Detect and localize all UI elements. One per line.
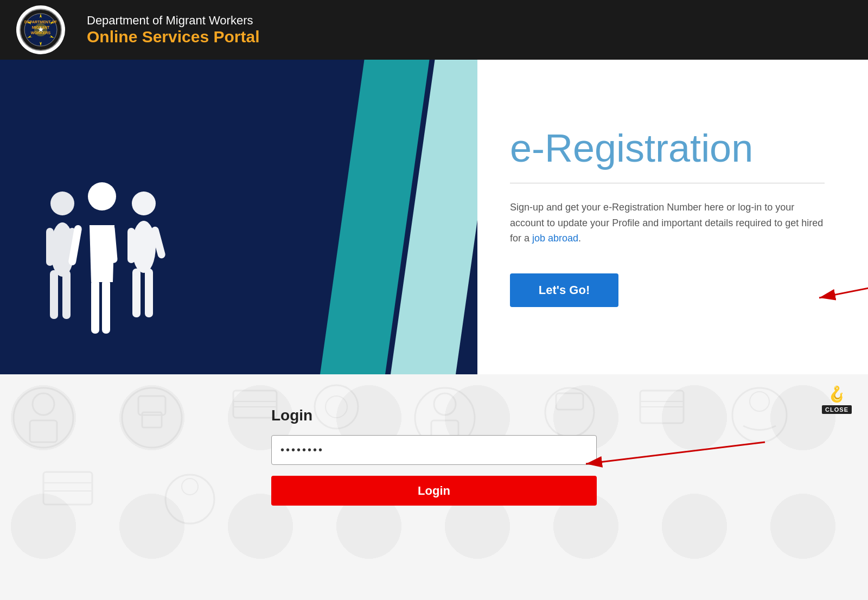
lets-go-button[interactable]: Let's Go! <box>510 273 618 307</box>
login-box: Login Login <box>271 407 597 506</box>
svg-rect-22 <box>91 279 99 334</box>
login-arrow-annotation <box>580 434 770 477</box>
button-area: Let's Go! <box>510 273 825 307</box>
password-input[interactable] <box>271 435 597 465</box>
hero-right-panel: e-Registration Sign-up and get your e-Re… <box>477 60 868 374</box>
svg-rect-28 <box>132 269 141 317</box>
portal-name: Online Services Portal <box>87 28 259 46</box>
svg-point-24 <box>132 192 156 215</box>
svg-rect-29 <box>145 269 153 317</box>
svg-rect-17 <box>50 270 58 319</box>
login-form-area: Login Login <box>0 374 868 506</box>
svg-text:★: ★ <box>37 25 44 34</box>
hero-section: e-Registration Sign-up and get your e-Re… <box>0 60 868 374</box>
job-abroad-link[interactable]: job abroad <box>532 233 578 244</box>
svg-line-31 <box>819 268 868 298</box>
people-silhouettes <box>33 174 174 358</box>
svg-rect-18 <box>62 270 71 319</box>
hero-title: e-Registration <box>510 127 825 170</box>
hero-description: Sign-up and get your e-Registration Numb… <box>510 200 825 246</box>
seal-icon: DEPARTMENT OF MIGRANT WORKERS ★ <box>19 8 62 52</box>
login-title: Login <box>271 407 597 424</box>
hero-left-panel <box>0 60 477 374</box>
login-section: 🪝 CLOSE Login Login <box>0 374 868 600</box>
arrow-annotation <box>814 257 868 311</box>
login-button[interactable]: Login <box>271 476 597 506</box>
header: DEPARTMENT OF MIGRANT WORKERS ★ Departme… <box>0 0 868 60</box>
svg-point-13 <box>50 192 74 215</box>
svg-point-19 <box>88 182 116 210</box>
svg-rect-15 <box>46 228 54 266</box>
silhouettes-svg <box>33 174 174 358</box>
svg-rect-23 <box>102 279 110 334</box>
department-name: Department of Migrant Workers <box>87 14 259 28</box>
svg-rect-26 <box>127 228 135 263</box>
logo: DEPARTMENT OF MIGRANT WORKERS ★ <box>16 5 65 54</box>
hero-divider <box>510 183 825 183</box>
stripe-decoration <box>320 60 477 374</box>
header-text: Department of Migrant Workers Online Ser… <box>87 14 259 46</box>
svg-line-59 <box>586 442 765 464</box>
